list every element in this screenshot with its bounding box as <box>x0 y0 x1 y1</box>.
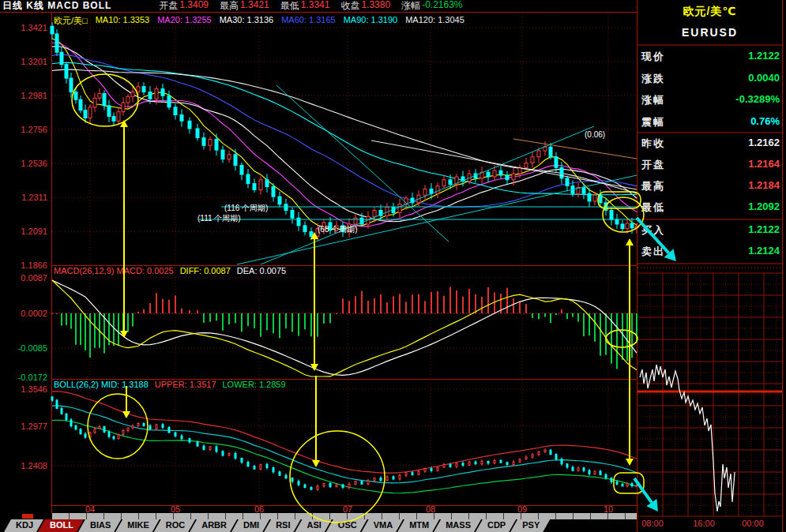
bhdr-segment-0: BOLL(26,2) MID: 1.3188 <box>54 380 149 389</box>
ma-legend-item-3: MA60: 1.3165 <box>281 15 336 27</box>
time-axis-label: 08:00 <box>641 519 664 528</box>
tab-arbr[interactable]: ARBR <box>190 519 237 532</box>
y-axis-label: -0.0085 <box>2 343 47 353</box>
y-axis-label: 1.2311 <box>2 193 47 202</box>
ma-legend-item-5: MA120: 1.3045 <box>405 15 464 27</box>
ohlc-label-4: 涨幅 <box>401 0 420 13</box>
y-axis-label: 0.0087 <box>2 273 47 283</box>
ohlc-value-2: 1.3341 <box>301 0 330 13</box>
ohlc-value-3: 1.3380 <box>361 0 390 13</box>
x-axis-month-label: 04 <box>85 504 95 514</box>
y-axis-label: 1.3421 <box>2 23 47 32</box>
x-axis-month-label: 08 <box>426 504 435 514</box>
mhdr-segment-1: DIFF: 0.0087 <box>180 266 231 275</box>
quote-row-value-买入: 1.2122 <box>637 223 780 235</box>
y-axis-label: -0.0172 <box>2 373 47 382</box>
period-annotation-1: (111 个周期) <box>197 213 241 224</box>
y-axis-label: 1.3201 <box>2 57 47 66</box>
ma-legend-item-4: MA90: 1.3190 <box>344 15 398 27</box>
scrollbar-marker[interactable] <box>22 514 33 519</box>
tab-mike[interactable]: MIKE <box>115 519 160 532</box>
quote-row-value-震幅: 0.76% <box>637 115 780 127</box>
x-axis-month-label: 10 <box>604 504 613 514</box>
bhdr-segment-2: LOWER: 1.2859 <box>223 380 286 389</box>
quote-row-value-开盘: 1.2164 <box>637 158 780 170</box>
quote-row-value-昨收: 1.2162 <box>637 137 780 148</box>
indicator-tabs: KDJBOLLBIASMIKEROCARBRDMIRSIASIOSCVMAMTM… <box>0 519 643 532</box>
window-title: 日线 K线 MACD BOLL <box>2 0 111 13</box>
y-axis-label: 1.2756 <box>2 125 47 134</box>
x-axis-month-label: 09 <box>517 504 527 514</box>
quote-title: 欧元/美℃ <box>637 5 782 19</box>
ohlc-value-1: 1.3421 <box>240 0 269 13</box>
tab-mass[interactable]: MASS <box>434 519 481 532</box>
y-axis-label: 0.0002 <box>2 309 47 318</box>
x-axis-month-label: 05 <box>171 504 180 514</box>
y-axis-label: 1.3546 <box>2 384 47 394</box>
tab-rsi[interactable]: RSI <box>264 519 300 532</box>
y-axis-label: 1.2977 <box>2 421 47 431</box>
mhdr-segment-0: MACD(26,12,9) MACD: 0.0025 <box>54 266 174 275</box>
tab-vma[interactable]: VMA <box>362 519 403 532</box>
tab-dmi[interactable]: DMI <box>231 519 269 532</box>
scrollbar[interactable] <box>52 513 637 519</box>
tab-cdp[interactable]: CDP <box>476 519 516 532</box>
time-axis-label: 16:00 <box>693 519 715 528</box>
quote-row-value-现价: 1.2122 <box>637 50 780 62</box>
ma-legend: 欧元/美□ MA10: 1.3353MA20: 1.3255MA30: 1.31… <box>54 15 472 27</box>
ohlc-value-0: 1.3409 <box>179 0 209 13</box>
tab-asi[interactable]: ASI <box>295 519 332 532</box>
y-axis-label: 1.1866 <box>2 260 47 270</box>
macd-header: MACD(26,12,9) MACD: 0.0025DIFF: 0.0087DE… <box>54 266 292 275</box>
ohlc-value-4: -0.2163% <box>422 0 462 13</box>
x-axis-month-label: 06 <box>254 504 264 514</box>
tab-mtm[interactable]: MTM <box>397 519 439 532</box>
time-axis-label: 00:00 <box>742 519 764 528</box>
period-annotation-3: (0.06) <box>585 130 605 139</box>
ohlc-label-3: 收盘 <box>340 0 359 13</box>
tab-osc[interactable]: OSC <box>326 519 367 532</box>
ma-legend-item-0: MA10: 1.3353 <box>96 15 150 27</box>
ohlc-label-1: 最高 <box>220 0 239 13</box>
tab-roc[interactable]: ROC <box>154 519 195 532</box>
symbol-label: 欧元/美□ <box>54 15 88 27</box>
bhdr-segment-1: UPPER: 1.3517 <box>155 380 216 389</box>
topbar: 日线 K线 MACD BOLL 开盘1.3409最高1.3421最低1.3341… <box>0 0 637 12</box>
quote-row-value-最低: 1.2092 <box>637 200 780 212</box>
y-axis-label: 1.2408 <box>2 461 47 470</box>
period-annotation-2: (68 个周期) <box>318 224 358 235</box>
quote-row-value-卖出: 1.2124 <box>637 245 780 257</box>
ohlc-label-0: 开盘 <box>159 0 178 13</box>
ma-legend-item-1: MA20: 1.3255 <box>157 15 212 27</box>
boll-header: BOLL(26,2) MID: 1.3188UPPER: 1.3517LOWER… <box>54 380 292 389</box>
mhdr-segment-2: DEA: 0.0075 <box>237 266 286 275</box>
y-axis-label: 1.2981 <box>2 91 47 100</box>
x-axis-month-label: 07 <box>343 504 352 514</box>
trading-app-window: 日线 K线 MACD BOLL 开盘1.3409最高1.3421最低1.3341… <box>0 0 786 532</box>
quote-row-value-涨幅: -0.3289% <box>637 93 780 105</box>
tab-boll[interactable]: BOLL <box>38 519 84 532</box>
quote-row-value-最高: 1.2184 <box>637 179 780 191</box>
ohlc-label-2: 最低 <box>280 0 299 13</box>
ma-legend-item-2: MA30: 1.3136 <box>220 15 274 27</box>
y-axis-label: 1.2536 <box>2 159 47 168</box>
quote-row-value-涨跌: 0.0040 <box>637 72 780 84</box>
tab-psy[interactable]: PSY <box>510 519 550 532</box>
quote-symbol: EURUSD <box>637 26 782 39</box>
y-axis-label: 1.2091 <box>2 227 47 236</box>
ohlc-summary: 开盘1.3409最高1.3421最低1.3341收盘1.3380涨幅-0.216… <box>148 0 462 13</box>
tab-kdj[interactable]: KDJ <box>4 519 43 532</box>
tab-bias[interactable]: BIAS <box>78 519 121 532</box>
period-annotation-0: (116 个周期) <box>224 203 268 214</box>
